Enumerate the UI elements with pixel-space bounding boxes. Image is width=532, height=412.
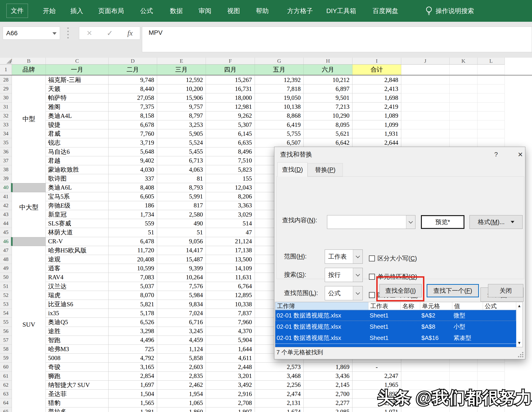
ribbon-tab-10[interactable]: DIY工具箱 bbox=[324, 0, 359, 22]
cell-C29[interactable]: 8,440 bbox=[109, 84, 157, 94]
cell-D60[interactable]: 2,603 bbox=[157, 363, 206, 372]
cell-G35[interactable]: 6,642 bbox=[304, 138, 352, 147]
ribbon-tab-11[interactable]: 百度网盘 bbox=[370, 0, 400, 22]
name-box-dropdown-icon[interactable] bbox=[52, 32, 57, 35]
cell-H32[interactable]: 1,089 bbox=[352, 112, 401, 120]
cell-B28[interactable]: 福克斯-三厢 bbox=[46, 75, 109, 84]
row-header-28[interactable]: 28 bbox=[0, 75, 12, 84]
cell-E35[interactable]: 6,635 bbox=[206, 138, 255, 147]
cell-C43[interactable]: 1,734 bbox=[109, 210, 157, 219]
cell-E62[interactable]: 3,492 bbox=[206, 381, 255, 390]
row-header-60[interactable]: 60 bbox=[0, 363, 12, 372]
cell-E49[interactable]: 14,109 bbox=[206, 264, 255, 273]
cell-C60[interactable]: 3,165 bbox=[109, 363, 157, 372]
header-cell-H1[interactable]: 六月 bbox=[304, 65, 352, 75]
cell-D50[interactable]: 10,264 bbox=[157, 273, 206, 282]
cell-B45[interactable]: 林荫大道 bbox=[46, 228, 109, 237]
cell-C44[interactable]: 559 bbox=[109, 219, 157, 228]
cell-C57[interactable]: 4,496 bbox=[109, 336, 157, 345]
cell-E56[interactable]: 4,370 bbox=[206, 327, 255, 336]
column-header-I[interactable]: I bbox=[352, 58, 401, 65]
cell-D43[interactable]: 2,580 bbox=[157, 210, 206, 219]
row-header-65[interactable]: 65 bbox=[0, 407, 12, 412]
cell-E41[interactable]: 8,206 bbox=[206, 192, 255, 201]
cell-E47[interactable]: 17,138 bbox=[206, 246, 255, 255]
cell-C51[interactable]: 5,037 bbox=[109, 282, 157, 291]
cell-D29[interactable]: 10,200 bbox=[157, 84, 206, 94]
cell-F60[interactable]: 2,573 bbox=[255, 363, 304, 372]
row-header-56[interactable]: 56 bbox=[0, 327, 12, 336]
cell-E64[interactable]: 2,708 bbox=[206, 399, 255, 407]
cell-B65[interactable]: 普拉多 bbox=[46, 407, 109, 412]
cell-G63[interactable]: 2,700 bbox=[304, 390, 352, 399]
cell-B29[interactable]: 天籁 bbox=[46, 84, 109, 94]
header-cell-B1[interactable]: 品牌 bbox=[12, 65, 46, 75]
cancel-icon[interactable]: ✕ bbox=[86, 29, 92, 37]
cell-B62[interactable]: 纳智捷大7 SUV bbox=[46, 381, 109, 390]
row-header-61[interactable]: 61 bbox=[0, 372, 12, 381]
cell-B60[interactable]: 奇骏 bbox=[46, 363, 109, 372]
cell-B31[interactable]: 雅阁 bbox=[46, 103, 109, 112]
ribbon-tab-8[interactable]: 帮助 bbox=[254, 0, 271, 22]
cell-G60[interactable]: 1,869 bbox=[304, 363, 352, 372]
cell-K32[interactable] bbox=[450, 112, 477, 120]
cell-D55[interactable]: 6,716 bbox=[157, 318, 206, 327]
cell-E60[interactable]: 2,448 bbox=[206, 363, 255, 372]
cell-F61[interactable]: 3,468 bbox=[255, 372, 304, 381]
find-what-input[interactable] bbox=[327, 215, 415, 229]
cell-C55[interactable]: 6,526 bbox=[109, 318, 157, 327]
cell-C62[interactable]: 1,697 bbox=[109, 381, 157, 390]
cell-C56[interactable]: 3,298 bbox=[109, 327, 157, 336]
cell-C37[interactable]: 9,402 bbox=[109, 156, 157, 165]
cell-J35[interactable] bbox=[401, 138, 450, 147]
row-header-51[interactable]: 51 bbox=[0, 282, 12, 291]
header-cell-E1[interactable]: 三月 bbox=[157, 65, 206, 75]
column-header-F[interactable]: F bbox=[206, 58, 255, 65]
header-cell-I1[interactable]: 合计 bbox=[352, 65, 401, 75]
cell-E52[interactable]: 12,895 bbox=[206, 291, 255, 300]
cell-D49[interactable]: 9,399 bbox=[157, 264, 206, 273]
close-icon[interactable]: ✕ bbox=[515, 147, 525, 162]
ribbon-tab-6[interactable]: 审阅 bbox=[196, 0, 214, 22]
cell-F64[interactable]: 2,131 bbox=[255, 399, 304, 407]
cell-L34[interactable] bbox=[477, 129, 505, 138]
cell-C39[interactable]: 337 bbox=[109, 174, 157, 183]
cell-C35[interactable]: 3,719 bbox=[109, 138, 157, 147]
cell-D44[interactable]: 490 bbox=[157, 219, 206, 228]
cell-C38[interactable]: 4,030 bbox=[109, 165, 157, 174]
cell-F63[interactable]: 2,474 bbox=[255, 390, 304, 399]
cell-D47[interactable]: 14,417 bbox=[157, 246, 206, 255]
cell-D42[interactable]: 817 bbox=[157, 201, 206, 210]
cell-D63[interactable]: 1,954 bbox=[157, 390, 206, 399]
cell-B49[interactable]: 逍客 bbox=[46, 264, 109, 273]
cell-B53[interactable]: 比亚迪S6 bbox=[46, 300, 109, 309]
cell-D45[interactable]: 51 bbox=[157, 228, 206, 237]
results-header-4[interactable]: 值 bbox=[452, 302, 483, 310]
cell-E44[interactable]: 514 bbox=[206, 219, 255, 228]
ribbon-tab-2[interactable]: 插入 bbox=[68, 0, 86, 22]
cell-C61[interactable]: 2,854 bbox=[109, 372, 157, 381]
row-header-1[interactable]: 1 bbox=[0, 65, 12, 75]
cell-J61[interactable] bbox=[401, 372, 450, 381]
cell-C59[interactable]: 4,792 bbox=[109, 354, 157, 363]
result-row-partial[interactable] bbox=[275, 344, 516, 347]
cell-D64[interactable]: 1,065 bbox=[157, 399, 206, 407]
column-header-J[interactable]: J bbox=[401, 58, 450, 65]
cell-L35[interactable] bbox=[477, 138, 505, 147]
cell-G65[interactable]: 2,085 bbox=[304, 407, 352, 412]
column-header-K[interactable]: K bbox=[450, 58, 477, 65]
cell-C32[interactable]: 8,158 bbox=[109, 112, 157, 120]
cell-J28[interactable] bbox=[401, 75, 450, 84]
match-case-checkbox[interactable] bbox=[369, 255, 375, 261]
cell-L60[interactable] bbox=[477, 363, 505, 372]
formula-input[interactable]: MPV bbox=[142, 27, 532, 52]
ribbon-tab-7[interactable]: 视图 bbox=[225, 0, 242, 22]
cell-D28[interactable]: 12,592 bbox=[157, 75, 206, 84]
cell-B44[interactable]: SLS赛威 bbox=[46, 219, 109, 228]
column-header-D[interactable]: D bbox=[109, 58, 157, 65]
column-header-E[interactable]: E bbox=[157, 58, 206, 65]
row-header-50[interactable]: 50 bbox=[0, 273, 12, 282]
tab-replace[interactable]: 替换(P) bbox=[308, 163, 343, 177]
cell-B51[interactable]: 汉兰达 bbox=[46, 282, 109, 291]
cell-C33[interactable]: 6,678 bbox=[109, 120, 157, 129]
